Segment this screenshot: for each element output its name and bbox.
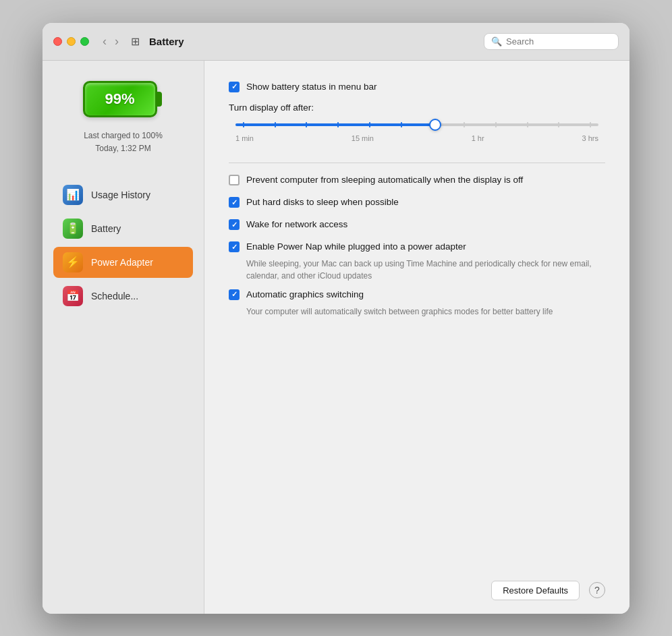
schedule-icon: 📅 (63, 286, 83, 306)
slider-thumb[interactable] (429, 119, 441, 131)
grid-icon[interactable]: ⊞ (131, 35, 140, 48)
prevent-sleeping-label: Prevent computer from sleeping automatic… (246, 174, 523, 187)
show-battery-status-checkbox[interactable] (229, 82, 240, 92)
battery-percent: 99% (105, 90, 134, 108)
forward-button[interactable]: › (112, 34, 121, 49)
slider-mark-15min: 15 min (352, 134, 374, 142)
battery-icon: 99% (83, 81, 164, 120)
show-battery-status-row: Show battery status in menu bar (229, 81, 605, 94)
prevent-sleeping-checkbox[interactable] (229, 175, 240, 185)
wake-network-label: Wake for network access (246, 219, 347, 231)
search-input[interactable] (506, 36, 611, 47)
restore-defaults-button[interactable]: Restore Defaults (491, 581, 580, 600)
traffic-lights (53, 37, 89, 46)
battery-display: 99% Last charged to 100% Today, 1:32 PM (83, 81, 164, 155)
maximize-button[interactable] (80, 37, 89, 46)
battery-nav-label: Battery (91, 223, 121, 234)
display-off-label: Turn display off after: (229, 103, 605, 113)
back-button[interactable]: ‹ (100, 34, 109, 49)
last-charged: Last charged to 100% Today, 1:32 PM (84, 129, 163, 155)
sidebar-item-schedule[interactable]: 📅 Schedule... (53, 281, 193, 312)
battery-body: 99% (83, 81, 157, 117)
slider-mark-3hr: 3 hrs (582, 134, 598, 142)
prevent-sleeping-row: Prevent computer from sleeping automatic… (229, 174, 605, 187)
search-icon: 🔍 (491, 36, 502, 47)
auto-graphics-description: Your computer will automatically switch … (246, 306, 605, 318)
hard-disks-sleep-label: Put hard disks to sleep when possible (246, 196, 399, 209)
power-adapter-label: Power Adapter (91, 257, 153, 268)
usage-history-icon: 📊 (63, 185, 83, 205)
hard-disks-sleep-checkbox[interactable] (229, 197, 240, 208)
slider-mark-1hr: 1 hr (472, 134, 484, 142)
auto-graphics-checkbox[interactable] (229, 289, 240, 300)
auto-graphics-label: Automatic graphics switching (246, 289, 364, 301)
power-nap-row: Enable Power Nap while plugged into a po… (229, 241, 605, 254)
slider-markers: 1 min 15 min 1 hr 3 hrs (235, 134, 598, 142)
display-off-section: Turn display off after: (229, 103, 605, 142)
titlebar: ‹ › ⊞ Battery 🔍 (43, 23, 629, 61)
schedule-label: Schedule... (91, 291, 138, 301)
settings-panel: Show battery status in menu bar Turn dis… (204, 61, 629, 614)
battery-nav-icon: 🔋 (63, 219, 83, 239)
divider (229, 163, 605, 163)
search-box[interactable]: 🔍 (484, 33, 619, 50)
battery-tip (157, 92, 162, 107)
power-nap-checkbox[interactable] (229, 241, 240, 252)
power-adapter-icon: ⚡ (63, 252, 83, 272)
slider-container: 1 min 15 min 1 hr 3 hrs (235, 119, 598, 142)
usage-history-label: Usage History (91, 190, 150, 200)
slider-mark-1min: 1 min (235, 134, 254, 142)
help-button[interactable]: ? (589, 582, 605, 598)
power-nap-description: While sleeping, your Mac can back up usi… (246, 258, 605, 282)
show-battery-status-label: Show battery status in menu bar (246, 81, 377, 94)
system-preferences-window: ‹ › ⊞ Battery 🔍 99% Last charged to 100% (43, 23, 629, 614)
minimize-button[interactable] (67, 37, 76, 46)
auto-graphics-row: Automatic graphics switching (229, 289, 605, 301)
power-nap-label: Enable Power Nap while plugged into a po… (246, 241, 466, 254)
nav-arrows: ‹ › (100, 34, 121, 49)
sidebar-item-power-adapter[interactable]: ⚡ Power Adapter (53, 247, 193, 278)
sidebar: 99% Last charged to 100% Today, 1:32 PM … (43, 61, 204, 614)
wake-network-checkbox[interactable] (229, 219, 240, 230)
nav-items: 📊 Usage History 🔋 Battery ⚡ Power Adapte… (43, 169, 204, 314)
wake-network-row: Wake for network access (229, 219, 605, 231)
sidebar-item-usage-history[interactable]: 📊 Usage History (53, 179, 193, 210)
sidebar-item-battery[interactable]: 🔋 Battery (53, 213, 193, 244)
bottom-bar: Restore Defaults ? (229, 567, 605, 600)
main-content: 99% Last charged to 100% Today, 1:32 PM … (43, 61, 629, 614)
hard-disks-sleep-row: Put hard disks to sleep when possible (229, 196, 605, 209)
close-button[interactable] (53, 37, 62, 46)
window-title: Battery (149, 36, 477, 47)
